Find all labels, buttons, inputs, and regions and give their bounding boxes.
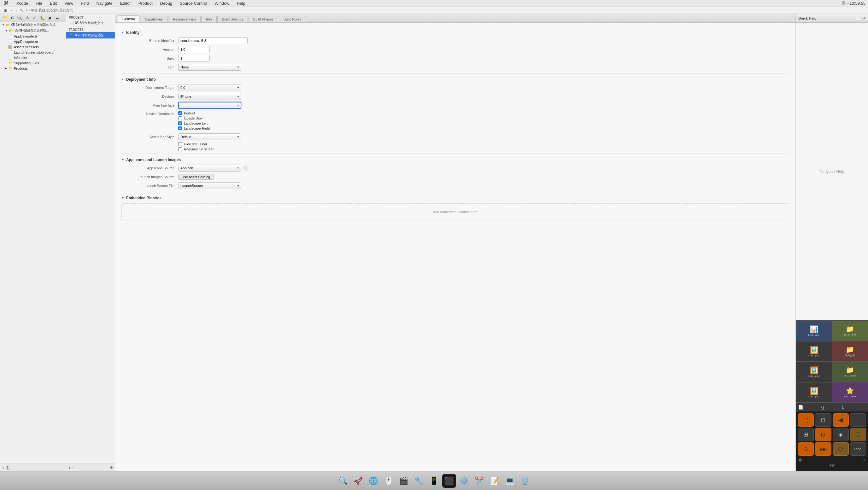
back-btn[interactable]: ‹ — [10, 8, 13, 13]
forward-btn[interactable]: › — [15, 8, 19, 13]
breakpoint-icon-btn[interactable]: ◆ — [47, 15, 53, 19]
file-menu[interactable]: File — [34, 1, 43, 6]
warning-icon-btn[interactable]: ⚠ — [24, 15, 31, 19]
product-menu[interactable]: Product — [137, 1, 154, 6]
help-menu[interactable]: Help — [236, 1, 247, 6]
report-icon-btn[interactable]: ☁ — [54, 15, 60, 19]
window-menu[interactable]: Window — [214, 1, 230, 6]
menu-bar: ⌘ Xcode File Edit View Find Navigate Edi… — [0, 0, 868, 7]
main-container: ⊞ ‹ › 🔨 05-3种加载自定义控制器的方式 📁 ⑆ 🔍 ⚠ ✓ 🐛 ◆ ☁… — [0, 7, 868, 19]
targets-panel: PROJECT 📋 05-3种加载自定义控制器的方式 TARGETS 🔨 05-… — [66, 14, 115, 19]
tab-info[interactable]: Info — [201, 16, 216, 19]
system-time: 周一10:59:55 — [841, 1, 866, 6]
edit-menu[interactable]: Edit — [49, 1, 58, 6]
navigate-menu[interactable]: Navigate — [95, 1, 114, 6]
center-area: PROJECT 📋 05-3种加载自定义控制器的方式 TARGETS 🔨 05-… — [66, 14, 796, 19]
nav-icon-btn[interactable]: ⊞ — [2, 7, 8, 13]
breadcrumb-path: 05-3种加载自定义控制器的方式 — [25, 8, 73, 12]
project-section-label: PROJECT — [66, 14, 115, 19]
tab-build-settings[interactable]: Build Settings — [217, 16, 248, 19]
quick-help-header: Quick Help 📄 ⟳ — [796, 14, 868, 19]
quick-help-doc-btn[interactable]: 📄 — [856, 16, 861, 19]
breadcrumb-icon: 🔨 — [20, 8, 23, 12]
quick-help-toolbar: 📄 ⟳ — [856, 16, 866, 19]
xcode-menu[interactable]: Xcode — [15, 1, 29, 6]
folder-icon-btn[interactable]: 📁 — [1, 15, 9, 19]
editor-menu[interactable]: Editor — [119, 1, 132, 6]
search-icon-btn[interactable]: 🔍 — [16, 15, 23, 19]
editor-area: General Capabilities Resource Tags Info … — [115, 14, 796, 19]
git-icon-btn[interactable]: ⑆ — [10, 15, 15, 19]
workspace-layout: 📁 ⑆ 🔍 ⚠ ✓ 🐛 ◆ ☁ ▼ 📂 05-3种加载自定义控制器的方式 ▼ — [0, 14, 868, 19]
test-icon-btn[interactable]: ✓ — [32, 15, 37, 19]
right-side-panel: Quick Help 📄 ⟳ No Quick Help 📊 ios1...xl… — [796, 14, 868, 19]
source-control-menu[interactable]: Source Control — [179, 1, 209, 6]
tab-general[interactable]: General — [118, 15, 140, 19]
tab-capabilities[interactable]: Capabilities — [140, 16, 167, 19]
quick-help-refresh-btn[interactable]: ⟳ — [862, 16, 866, 19]
view-menu[interactable]: View — [63, 1, 74, 6]
navigator-panel: 📁 ⑆ 🔍 ⚠ ✓ 🐛 ◆ ☁ ▼ 📂 05-3种加载自定义控制器的方式 ▼ — [0, 14, 66, 19]
quick-help-title: Quick Help — [798, 17, 816, 19]
breadcrumb: ⊞ ‹ › 🔨 05-3种加载自定义控制器的方式 — [0, 7, 868, 14]
find-menu[interactable]: Find — [80, 1, 90, 6]
tab-build-rules[interactable]: Build Rules — [279, 16, 306, 19]
debug-menu[interactable]: Debug — [159, 1, 174, 6]
tabs-bar: General Capabilities Resource Tags Info … — [115, 14, 796, 19]
nav-top-toolbar: 📁 ⑆ 🔍 ⚠ ✓ 🐛 ◆ ☁ — [0, 14, 66, 19]
tab-resource-tags[interactable]: Resource Tags — [168, 16, 200, 19]
tab-build-phases[interactable]: Build Phases — [249, 16, 278, 19]
debug-icon-btn[interactable]: 🐛 — [38, 15, 46, 19]
apple-menu[interactable]: ⌘ — [2, 0, 10, 6]
